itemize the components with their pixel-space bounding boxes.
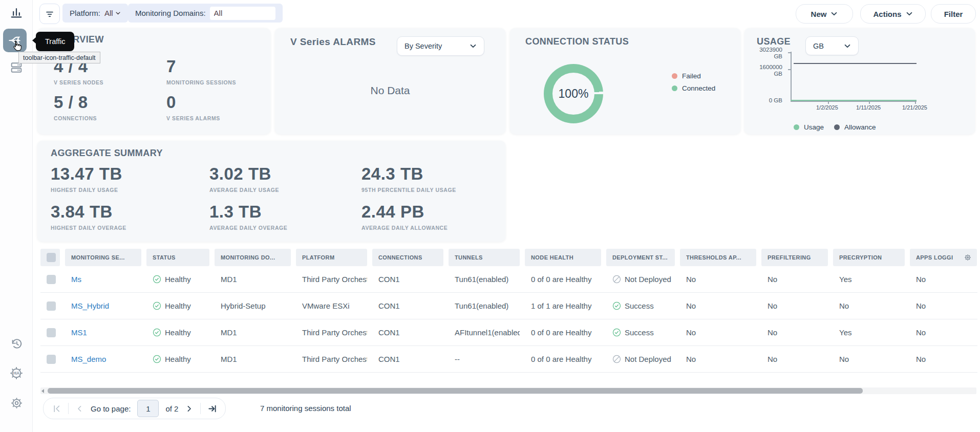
check-circle-icon	[153, 328, 161, 337]
actions-button[interactable]: Actions	[860, 4, 926, 24]
alarms-title: V Series ALARMS	[290, 36, 376, 48]
column-settings-gear-icon[interactable]	[964, 253, 972, 262]
header-label: CONNECTIONS	[378, 254, 438, 261]
table-header-checkbox[interactable]	[40, 249, 60, 266]
cell-text: MD1	[221, 355, 237, 363]
table-body: MsHealthyMD1Third Party OrchestrationCON…	[40, 266, 977, 373]
cell-name: MS_demo	[65, 346, 141, 372]
cell-apps-logging: No	[910, 346, 977, 372]
table-header-monitoring-do[interactable]: MONITORING DO...	[215, 249, 291, 266]
legend-item: Allowance	[834, 123, 876, 131]
usage-xtick: 1/2/2025	[816, 104, 838, 111]
table-row: MS_HybridHealthyHybrid-SetupVMware ESXiC…	[40, 293, 977, 319]
cell-thresholds: No	[680, 266, 756, 292]
aggregate-stat: 24.3 TB 95TH PERCENTILE DAILY USAGE	[361, 165, 456, 193]
chevron-down-icon	[830, 10, 838, 17]
cell-node-health: 0 of 0 are Healthy	[525, 319, 601, 345]
page-number-input[interactable]	[137, 400, 159, 417]
cell-text: No	[768, 275, 777, 284]
platform-label: Platform:	[70, 9, 100, 17]
monitoring-sessions-table: MONITORING SE...STATUSMONITORING DO...PL…	[40, 249, 977, 373]
connection-legend: FailedConnected	[672, 72, 715, 92]
cell-platform: Third Party Orchestration	[296, 266, 367, 292]
session-link[interactable]: MS1	[71, 328, 87, 337]
next-page-button[interactable]	[185, 404, 194, 413]
cell-prefiltering: No	[761, 319, 828, 345]
first-page-button[interactable]	[52, 404, 61, 414]
cell-text: Third Party Orchestration	[302, 275, 367, 284]
scrollbar-thumb[interactable]	[48, 388, 863, 394]
cell-text: No	[686, 301, 696, 310]
cell-text: No	[768, 355, 777, 363]
table-header-monitoring-se[interactable]: MONITORING SE...	[65, 249, 141, 266]
cell-text: No	[686, 328, 696, 337]
cell-status: Healthy	[146, 266, 209, 292]
row-checkbox[interactable]	[47, 275, 56, 284]
session-link[interactable]: MS_Hybrid	[71, 301, 109, 310]
cell-text: CON1	[378, 301, 400, 310]
chevron-down-icon	[844, 42, 851, 50]
check-circle-icon	[153, 355, 161, 363]
filter-button[interactable]: Filter	[931, 4, 976, 24]
monitoring-domains-label: Monitoring Domains:	[135, 9, 206, 17]
table-header-connections[interactable]: CONNECTIONS	[372, 249, 443, 266]
usage-unit-dropdown[interactable]: GB	[805, 36, 859, 55]
usage-y-axis	[791, 52, 792, 101]
row-checkbox[interactable]	[47, 355, 56, 364]
table-row: MsHealthyMD1Third Party OrchestrationCON…	[40, 266, 977, 293]
stat-value: 3.02 TB	[209, 165, 279, 182]
platform-filter-chip[interactable]: Platform: All	[62, 4, 128, 23]
cell-tunnels: AFItunnel1(enabled)	[449, 319, 520, 345]
table-header-deployment-st[interactable]: DEPLOYMENT ST...	[606, 249, 675, 266]
row-checkbox[interactable]	[47, 301, 56, 311]
table-header-thresholds-ap[interactable]: THRESHOLDS AP...	[680, 249, 756, 266]
cell-text: No	[839, 301, 849, 310]
legend-label: Failed	[682, 72, 701, 80]
table-row: MS1HealthyMD1Third Party OrchestrationCO…	[40, 319, 977, 346]
usage-card: USAGE GB 3023900GB 1600000GB 0 GB 1/2/20…	[744, 28, 975, 134]
history-icon[interactable]	[8, 335, 25, 352]
scroll-left-icon[interactable]	[41, 389, 44, 393]
last-page-button[interactable]	[207, 404, 217, 414]
cell-deployment: Success	[606, 319, 675, 345]
session-link[interactable]: Ms	[71, 275, 81, 284]
aggregate-stat: 2.44 PB AVERAGE DAILY ALLOWANCE	[361, 203, 448, 231]
legend-dot	[834, 124, 840, 130]
aggregate-summary-title: AGGREGATE SUMMARY	[51, 148, 163, 159]
stat-value: 13.47 TB	[51, 165, 122, 182]
legend-dot	[794, 124, 799, 130]
filter-lines-icon[interactable]	[39, 4, 60, 24]
sessions-total-text: 7 monitoring sessions total	[260, 404, 351, 413]
header-label: APPS LOGGI	[916, 254, 964, 261]
settings-icon[interactable]	[8, 395, 25, 411]
row-checkbox[interactable]	[47, 328, 56, 337]
table-row: MS_demoHealthyMD1Third Party Orchestrati…	[40, 346, 977, 373]
horizontal-scrollbar[interactable]	[40, 387, 976, 394]
session-link[interactable]: MS_demo	[71, 355, 106, 363]
stat-label: AVERAGE DAILY USAGE	[209, 187, 279, 193]
traffic-tooltip-label: Traffic	[45, 37, 65, 46]
table-header-tunnels[interactable]: TUNNELS	[449, 249, 520, 266]
table-header-apps-loggi[interactable]: APPS LOGGI	[910, 249, 977, 266]
table-header-platform[interactable]: PLATFORM	[296, 249, 367, 266]
header-label: NODE HEALTH	[531, 254, 596, 261]
new-button[interactable]: New	[796, 4, 853, 24]
select-all-checkbox[interactable]	[47, 253, 56, 262]
chevron-down-icon	[115, 10, 121, 16]
cell-text: No	[686, 275, 696, 284]
connection-status-card: CONNECTION STATUS 100% FailedConnected	[510, 28, 740, 134]
bar-chart-icon[interactable]	[8, 4, 25, 20]
table-header-node-health[interactable]: NODE HEALTH	[525, 249, 601, 266]
table-header-prefiltering[interactable]: PREFILTERING	[761, 249, 828, 266]
cell-prefiltering: No	[761, 293, 828, 319]
native-tooltip-label: toolbar-icon-traffic-default	[23, 54, 96, 61]
table-header-status[interactable]: STATUS	[146, 249, 209, 266]
cell-text: Third Party Orchestration	[302, 328, 367, 337]
monitoring-domains-input[interactable]	[210, 7, 275, 20]
previous-page-button[interactable]	[75, 404, 84, 413]
alarms-severity-dropdown[interactable]: By Severity	[397, 36, 484, 56]
ha-icon[interactable]: HA	[8, 365, 25, 381]
usage-title: USAGE	[757, 36, 791, 47]
status-text: Healthy	[165, 355, 191, 363]
table-header-precryption[interactable]: PRECRYPTION	[833, 249, 905, 266]
